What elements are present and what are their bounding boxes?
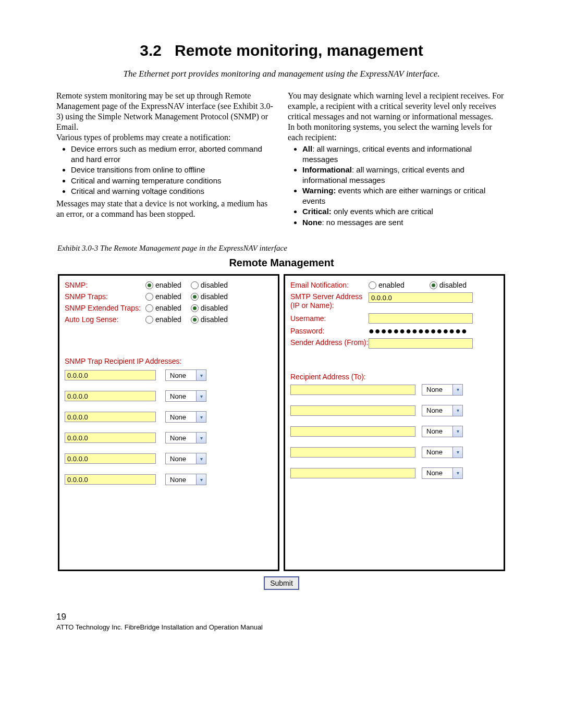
trap-recip-row: None▾ — [65, 432, 273, 443]
bullet: All: all warnings, critical events and i… — [302, 144, 507, 164]
chevron-down-icon: ▾ — [452, 405, 462, 416]
submit-button[interactable]: Submit — [264, 576, 299, 590]
chevron-down-icon: ▾ — [196, 391, 206, 401]
recip-address-input[interactable] — [290, 385, 415, 395]
bullet: Informational: all warnings, critical ev… — [302, 165, 507, 185]
chevron-down-icon: ▾ — [452, 447, 462, 458]
bullet: None: no messages are sent — [302, 217, 507, 228]
autolog-disabled-radio[interactable]: disabled — [191, 315, 228, 324]
section-heading: 3.2 Remote monitoring, management — [56, 42, 507, 59]
para: In both monitoring systems, you select t… — [288, 122, 507, 143]
snmp-panel: SNMP: enabled disabled SNMP Traps: enabl… — [58, 274, 279, 571]
trap-level-select[interactable]: None▾ — [165, 369, 206, 381]
snmp-label: SNMP: — [65, 281, 145, 289]
bullet: Warning: events which are either warning… — [302, 186, 507, 206]
remote-management-form: SNMP: enabled disabled SNMP Traps: enabl… — [58, 274, 505, 571]
snmp-traps-enabled-radio[interactable]: enabled — [145, 292, 181, 301]
email-recip-row: None▾ — [290, 384, 498, 396]
snmp-traps-label: SNMP Traps: — [65, 292, 145, 301]
bullet: Critical and warning temperature conditi… — [71, 176, 275, 186]
para: You may designate which warning level a … — [288, 91, 507, 122]
trap-level-select[interactable]: None▾ — [165, 390, 206, 402]
email-recip-row: None▾ — [290, 405, 498, 416]
chevron-down-icon: ▾ — [196, 433, 206, 443]
trap-recip-row: None▾ — [65, 390, 273, 402]
recip-level-select[interactable]: None▾ — [422, 426, 463, 437]
snmp-disabled-radio[interactable]: disabled — [191, 281, 228, 289]
email-enabled-radio[interactable]: enabled — [369, 281, 405, 289]
trap-ip-input[interactable] — [65, 433, 156, 443]
section-number: 3.2 — [140, 42, 162, 59]
password-label: Password: — [290, 327, 369, 335]
right-bullets: All: all warnings, critical events and i… — [288, 144, 507, 227]
email-disabled-radio[interactable]: disabled — [430, 281, 467, 289]
trap-ip-input[interactable] — [65, 474, 156, 485]
email-recip-row: None▾ — [290, 426, 498, 437]
trap-ip-input[interactable] — [65, 412, 156, 422]
chevron-down-icon: ▾ — [196, 412, 206, 422]
trap-recip-row: None▾ — [65, 369, 273, 381]
left-column: Remote system monitoring may be set up t… — [56, 91, 275, 229]
smtp-input[interactable] — [369, 292, 473, 303]
recip-address-input[interactable] — [290, 405, 415, 416]
username-label: Username: — [290, 314, 369, 323]
panel-title: Remote Management — [56, 257, 507, 269]
recip-level-select[interactable]: None▾ — [422, 384, 463, 396]
body-columns: Remote system monitoring may be set up t… — [56, 91, 507, 229]
trap-ip-input[interactable] — [65, 370, 156, 380]
recip-level-select[interactable]: None▾ — [422, 447, 463, 458]
recip-address-input[interactable] — [290, 426, 415, 437]
email-recip-row: None▾ — [290, 467, 498, 479]
trap-ip-input[interactable] — [65, 391, 156, 401]
trap-level-select[interactable]: None▾ — [165, 453, 206, 464]
left-bullets: Device errors such as medium error, abor… — [56, 144, 275, 196]
trap-ip-input[interactable] — [65, 453, 156, 464]
exhibit-caption: Exhibit 3.0-3 The Remote Management page… — [57, 244, 507, 253]
chevron-down-icon: ▾ — [196, 453, 206, 464]
snmp-ext-disabled-radio[interactable]: disabled — [191, 304, 228, 312]
chevron-down-icon: ▾ — [196, 370, 206, 380]
email-notif-label: Email Notification: — [290, 281, 369, 289]
recip-address-input[interactable] — [290, 468, 415, 478]
trap-recip-row: None▾ — [65, 453, 273, 464]
bullet: Device errors such as medium error, abor… — [71, 144, 275, 164]
trap-recip-row: None▾ — [65, 474, 273, 485]
page-number: 19 — [56, 612, 507, 622]
snmp-enabled-radio[interactable]: enabled — [145, 281, 181, 289]
bullet: Critical: only events which are critical — [302, 206, 507, 217]
page-footer: 19 ATTO Technology Inc. FibreBridge Inst… — [56, 612, 507, 631]
recip-level-select[interactable]: None▾ — [422, 405, 463, 416]
password-value: ●●●●●●●●●●●●●●●● — [369, 327, 468, 335]
trap-level-select[interactable]: None▾ — [165, 474, 206, 485]
autolog-label: Auto Log Sense: — [65, 315, 145, 324]
para: Remote system monitoring may be set up t… — [56, 91, 275, 132]
para: Messages may state that a device is not … — [56, 199, 275, 219]
sender-input[interactable] — [369, 338, 473, 349]
recip-address-input[interactable] — [290, 447, 415, 458]
email-panel: Email Notification: enabled disabled SMT… — [284, 274, 505, 571]
bullet: Critical and warning voltage conditions — [71, 186, 275, 196]
email-recip-row: None▾ — [290, 447, 498, 458]
username-input[interactable] — [369, 313, 473, 324]
bullet: Device transitions from online to offlin… — [71, 165, 275, 175]
chevron-down-icon: ▾ — [452, 468, 462, 478]
para: Various types of problems may create a n… — [56, 132, 275, 143]
sender-label: Sender Address (From): — [290, 338, 369, 347]
recip-header: Recipient Address (To): — [290, 373, 498, 381]
trap-level-select[interactable]: None▾ — [165, 432, 206, 443]
snmp-traps-disabled-radio[interactable]: disabled — [191, 292, 228, 301]
chevron-down-icon: ▾ — [196, 474, 206, 485]
right-column: You may designate which warning level a … — [288, 91, 507, 229]
snmp-ext-enabled-radio[interactable]: enabled — [145, 304, 181, 312]
smtp-label: SMTP Server Address (IP or Name): — [290, 292, 369, 310]
trap-recip-header: SNMP Trap Recipient IP Addresses: — [65, 357, 273, 365]
trap-recip-row: None▾ — [65, 411, 273, 423]
trap-level-select[interactable]: None▾ — [165, 411, 206, 423]
chevron-down-icon: ▾ — [452, 426, 462, 437]
snmp-ext-label: SNMP Extended Traps: — [65, 304, 145, 312]
autolog-enabled-radio[interactable]: enabled — [145, 315, 181, 324]
recip-level-select[interactable]: None▾ — [422, 467, 463, 479]
section-subhead: The Ethernet port provides monitoring an… — [56, 69, 507, 79]
footer-source: ATTO Technology Inc. FibreBridge Install… — [56, 623, 507, 631]
chevron-down-icon: ▾ — [452, 385, 462, 395]
